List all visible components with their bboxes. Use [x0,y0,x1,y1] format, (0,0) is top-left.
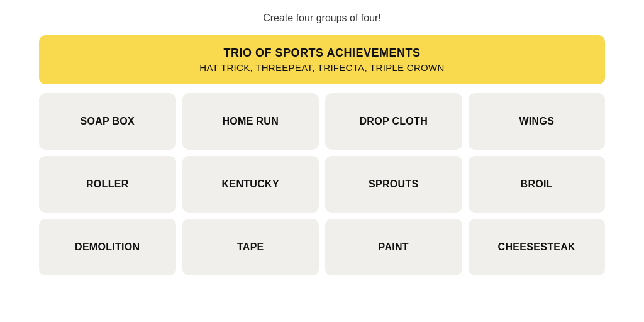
tile-wings[interactable]: WINGS [469,93,606,150]
tile-home-run[interactable]: HOME RUN [182,93,319,150]
tile-label-paint: PAINT [379,242,409,253]
tile-sprouts[interactable]: SPROUTS [325,156,462,213]
tile-drop-cloth[interactable]: DROP CLOTH [325,93,462,150]
tile-roller[interactable]: ROLLER [39,156,176,213]
tile-kentucky[interactable]: KENTUCKY [182,156,319,213]
solved-category: TRIO OF SPORTS ACHIEVEMENTS HAT TRICK, T… [39,35,605,84]
tile-label-sprouts: SPROUTS [369,179,418,190]
category-items: HAT TRICK, THREEPEAT, TRIFECTA, TRIPLE C… [54,62,590,73]
subtitle: Create four groups of four! [263,13,381,24]
tile-paint[interactable]: PAINT [325,219,462,275]
tile-broil[interactable]: BROIL [469,156,606,213]
tile-label-demolition: DEMOLITION [75,242,140,253]
tiles-grid: SOAP BOXHOME RUNDROP CLOTHWINGSROLLERKEN… [39,93,605,275]
tile-label-home-run: HOME RUN [222,116,279,127]
tile-label-soap-box: SOAP BOX [80,116,135,127]
tile-tape[interactable]: TAPE [182,219,319,275]
category-title: TRIO OF SPORTS ACHIEVEMENTS [54,47,590,60]
tile-label-broil: BROIL [521,179,553,190]
tile-label-cheesesteak: CHEESESTEAK [498,242,575,253]
tile-label-drop-cloth: DROP CLOTH [360,116,428,127]
tile-cheesesteak[interactable]: CHEESESTEAK [469,219,606,275]
tile-label-wings: WINGS [519,116,554,127]
game-container: Create four groups of four! TRIO OF SPOR… [39,13,605,275]
tile-demolition[interactable]: DEMOLITION [39,219,176,275]
tile-label-tape: TAPE [237,242,264,253]
tile-label-kentucky: KENTUCKY [222,179,279,190]
tile-label-roller: ROLLER [86,179,129,190]
tile-soap-box[interactable]: SOAP BOX [39,93,176,150]
